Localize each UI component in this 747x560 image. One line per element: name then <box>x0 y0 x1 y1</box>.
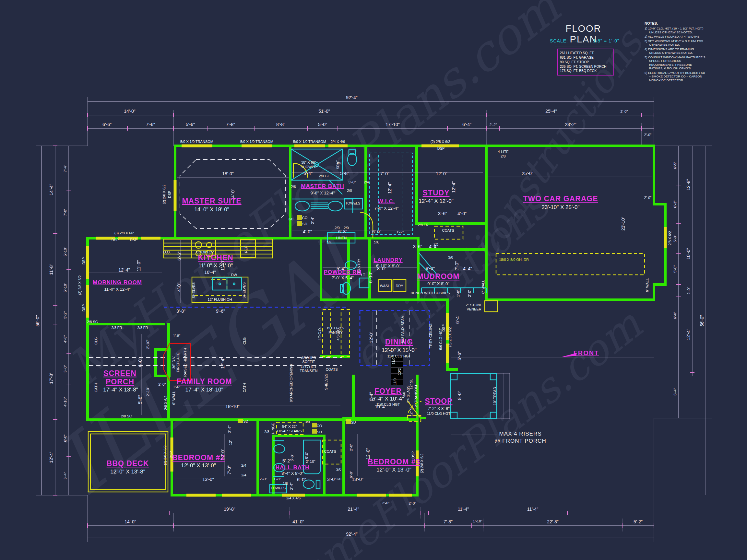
dim-text: 2'-0" <box>409 501 416 505</box>
fireplace-tag: 36" D.V. <box>172 356 176 369</box>
door-tag: 2/0 <box>335 226 339 230</box>
dim-text: 2'-0" <box>158 382 166 386</box>
wall-tag: 6" WALL <box>645 278 649 292</box>
towels-tag: TOWELS <box>271 486 286 490</box>
dim-text: 6'-4" <box>455 315 460 324</box>
soffit-tag: SOFFIT <box>302 360 315 364</box>
shelves-tag: SHELVES <box>242 282 246 298</box>
dim-text: 6'-6" <box>102 122 111 127</box>
detector-tag: CO <box>302 216 308 220</box>
dim-text: 6'-4" <box>304 171 313 176</box>
dim-text: 6'-0" <box>673 312 677 319</box>
dim-text: 11'-0" <box>136 260 141 272</box>
dim-text: 21'-4" <box>347 507 359 512</box>
dim-text: 2'-0" <box>621 110 628 113</box>
dim-text: 6'-0" <box>297 477 306 482</box>
dim-text: 3'-6" <box>413 244 422 249</box>
dim-text: 1'-8" <box>274 477 281 481</box>
dim-text: 22'-8" <box>547 519 559 524</box>
door-tag: 2/8 SC <box>121 414 132 418</box>
dim-text: 12'-4" <box>686 329 691 340</box>
note-item: 2) ALL WALLS FIGURED AT 4" WIDTHS <box>645 35 707 38</box>
island-tag: 12" FLUSH OH <box>208 297 232 301</box>
dim-text: 5'-4" <box>337 266 345 271</box>
dim-text: 1'-8" <box>456 290 460 297</box>
butlers-pantry-tag: BUTLER'S <box>327 326 344 330</box>
door-tag: 2/0 <box>344 226 349 230</box>
dim-text: 56'-0" <box>35 315 40 327</box>
room-label-bbq-deck: BBQ DECK <box>107 459 149 468</box>
dim-text: 11'-8" <box>49 264 54 275</box>
dim-text: 17'-8" <box>49 372 54 384</box>
stone-veneer-jut <box>485 301 498 312</box>
dim-text: 3'-8" <box>176 309 185 314</box>
room-label-family-room: FAMILY ROOM <box>177 377 232 385</box>
detector-tag: SD <box>351 420 356 424</box>
dim-text: 7'-0" <box>380 171 389 176</box>
blueprint-page: MyHomeFloorPlans.com ILLEGAL constructio… <box>0 0 747 560</box>
coats-tag: COATS <box>324 450 336 453</box>
window-tag: (2) 2/0 X 6/2 <box>162 185 166 205</box>
note-item: 3) SET WINDOWS AT 8'-0" A.S.F. UNLESS OT… <box>645 39 707 47</box>
dim-text: 92'-4" <box>346 532 358 537</box>
notes-title: NOTES: <box>645 21 707 26</box>
wall-tag: 6" WALL <box>481 280 485 294</box>
wall-tag: 6" WALL <box>172 391 176 405</box>
dim-text: 9'-6" <box>216 309 225 314</box>
door-tag: 3/0 <box>402 392 406 397</box>
appliance-tag: COOKTOP <box>196 250 214 254</box>
dim-text: 2'-0" <box>644 133 652 137</box>
window-tag: DSP <box>82 257 85 265</box>
dim-text: 2'-10" <box>146 386 150 396</box>
porch-riser-note: MAX 4 RISERS <box>499 431 541 437</box>
dim-text: 5'-8" <box>290 454 294 461</box>
room-dims: 7'-0" X 5'-4" <box>332 275 354 280</box>
door-tag: 2/0 <box>336 467 341 471</box>
window-tag: (3) 2/8 X 6/2 <box>78 275 82 295</box>
dim-text: 5'-0" <box>305 452 309 459</box>
garage-door-tag: 18/0 X 8/0 OH. DR <box>499 258 529 262</box>
room-dims: 11'-0" X 21'-0" <box>199 263 233 269</box>
porch-riser-note: @ FRONT PORCH <box>494 438 546 444</box>
hearth-tag: RAISED HEARTH <box>183 348 187 377</box>
dim-text: 5'-0" <box>673 235 677 242</box>
room-label-screen-porch: PORCH <box>106 377 134 386</box>
dim-text: 2'-2" <box>490 123 497 127</box>
window-tag: 2/4 X 4/6 <box>331 140 345 143</box>
dim-text: 7'-0" <box>63 209 67 216</box>
dim-text: 12'-0" <box>365 448 370 459</box>
opening-tag: 8/0 ARCHED OPENING <box>289 364 293 402</box>
door-tag: 2/8 SC <box>87 320 98 324</box>
dim-text: 18'-10" <box>225 404 239 409</box>
room-dims: 12'-0" X 13'-8" <box>110 469 145 475</box>
door-tag: 2/6 <box>291 185 296 189</box>
shelves-tag: SHELVES <box>191 282 196 298</box>
room-label-laundry: LAUNDRY <box>374 257 402 263</box>
window-tag: (2) 2/8 X 6/2 <box>420 454 424 474</box>
stairs-tag: DISAP. STAIRS <box>277 429 302 433</box>
dim-text: 2'-10" <box>306 459 315 463</box>
dim-text: 3'-4" <box>228 426 231 433</box>
bench-tag: BENCH WITH CUBBIES <box>410 291 450 295</box>
door-tag: 2/0 GL <box>319 174 329 178</box>
appliance-tag: REF <box>244 246 248 253</box>
window-tag: (3) 2/8 X 6/2 <box>448 327 452 347</box>
garage-door-outline <box>496 254 645 275</box>
dim-text: 7'-4" <box>63 165 67 172</box>
dim-text: 8'-0" <box>457 391 462 400</box>
dim-text: 11'-4" <box>458 507 469 512</box>
dim-text: 11'-0" <box>220 260 225 271</box>
dim-text: 12'-4" <box>49 451 54 463</box>
dim-text: 23'-10" <box>621 216 626 231</box>
dim-text: 4'-4" <box>463 266 472 271</box>
window-tag: DSP <box>169 451 173 458</box>
door-tag: 2/4 <box>241 473 246 477</box>
room-label-foyer: FOYER <box>375 387 402 395</box>
dim-text: 3'-2" <box>63 312 67 319</box>
dim-text: 10'-0" <box>686 248 691 260</box>
door-tag: 2/4 <box>337 162 341 166</box>
note-item: 6) ELECTRICAL LAYOUT BY BUILDER / SD = S… <box>645 71 707 82</box>
room-dims: 12'-0" X 15'-0" <box>382 347 416 353</box>
toilet-tank <box>316 480 320 489</box>
dim-text: 18'-0" <box>222 171 234 176</box>
